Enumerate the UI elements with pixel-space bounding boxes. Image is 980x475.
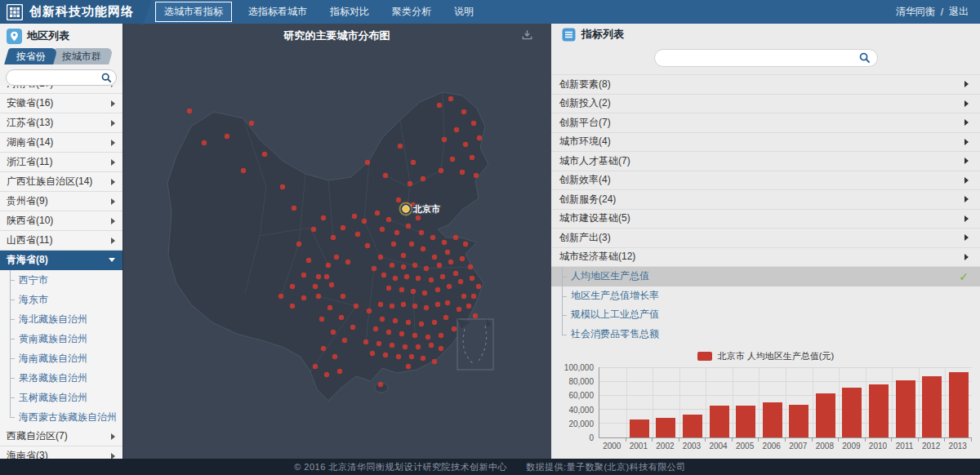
download-icon[interactable]	[521, 29, 533, 44]
city-dot[interactable]	[432, 320, 437, 325]
city-dot[interactable]	[401, 264, 406, 269]
city-dot[interactable]	[421, 176, 425, 181]
city-dot[interactable]	[430, 235, 435, 240]
indicator-category-row[interactable]: 城市经济基础(12)	[551, 248, 980, 268]
bar-2001[interactable]	[630, 420, 649, 437]
city-dot[interactable]	[450, 157, 455, 162]
city-dot[interactable]	[334, 255, 339, 260]
city-dot[interactable]	[399, 331, 404, 336]
region-search-input[interactable]	[13, 70, 98, 85]
province-row[interactable]: 江苏省(13)	[0, 113, 122, 133]
indicator-category-row[interactable]: 创新服务(24)	[551, 190, 980, 210]
city-dot[interactable]	[439, 333, 443, 338]
indicator-category-row[interactable]: 城市环境(4)	[551, 133, 980, 153]
city-dot[interactable]	[477, 135, 482, 140]
bar-2013[interactable]	[949, 372, 969, 437]
city-dot[interactable]	[378, 382, 383, 387]
nav-tab-1[interactable]: 选城市看指标	[155, 2, 232, 22]
bar-2010[interactable]	[869, 384, 889, 437]
city-dot[interactable]	[393, 318, 398, 323]
city-dot[interactable]	[408, 181, 412, 186]
city-dot[interactable]	[390, 304, 394, 309]
city-dot[interactable]	[411, 289, 416, 294]
city-dot[interactable]	[383, 173, 388, 178]
province-row[interactable]: 海南省(3)	[0, 446, 122, 459]
beijing-dot[interactable]	[403, 206, 409, 212]
city-dot[interactable]	[345, 260, 350, 264]
city-dot[interactable]	[424, 266, 429, 271]
province-row[interactable]: 湖南省(14)	[0, 133, 122, 153]
city-dot[interactable]	[443, 315, 448, 320]
city-row[interactable]: 玉树藏族自治州	[0, 388, 122, 407]
city-dot[interactable]	[406, 320, 411, 325]
province-row[interactable]: 广西壮族自治区(14)	[0, 172, 122, 192]
chart-legend[interactable]: 北京市 人均地区生产总值(元)	[551, 343, 980, 364]
city-dot[interactable]	[474, 173, 479, 178]
city-dot[interactable]	[409, 242, 414, 246]
city-dot[interactable]	[278, 294, 283, 299]
city-dot[interactable]	[404, 274, 409, 279]
logout-link[interactable]: 退出	[949, 5, 969, 19]
city-dot[interactable]	[380, 227, 385, 232]
search-icon[interactable]	[859, 52, 871, 67]
city-dot[interactable]	[411, 160, 416, 165]
province-row[interactable]: 青海省(8)	[0, 251, 122, 270]
city-dot[interactable]	[373, 326, 378, 331]
city-dot[interactable]	[401, 302, 406, 307]
city-dot[interactable]	[439, 168, 443, 173]
city-dot[interactable]	[337, 369, 342, 374]
city-dot[interactable]	[296, 242, 301, 246]
city-dot[interactable]	[378, 255, 383, 260]
city-dot[interactable]	[419, 230, 424, 235]
city-dot[interactable]	[452, 326, 457, 331]
city-dot[interactable]	[398, 144, 403, 149]
city-dot[interactable]	[394, 230, 399, 235]
province-row[interactable]: 浙江省(11)	[0, 153, 122, 172]
city-dot[interactable]	[403, 344, 408, 349]
city-dot[interactable]	[352, 214, 357, 219]
city-row[interactable]: 海南藏族自治州	[0, 348, 122, 368]
city-dot[interactable]	[324, 274, 329, 279]
city-dot[interactable]	[339, 315, 344, 320]
city-dot[interactable]	[439, 346, 443, 351]
city-dot[interactable]	[453, 235, 458, 240]
city-dot[interactable]	[460, 170, 465, 175]
city-dot[interactable]	[381, 273, 386, 277]
city-dot[interactable]	[362, 219, 367, 224]
city-row[interactable]: 海西蒙古族藏族自治州	[0, 407, 122, 427]
city-dot[interactable]	[429, 343, 434, 348]
city-dot[interactable]	[378, 302, 383, 307]
indicator-category-row[interactable]: 城市建设基础(5)	[551, 210, 980, 229]
city-dot[interactable]	[445, 300, 450, 305]
user-name-link[interactable]: 清华同衡	[896, 5, 935, 19]
city-dot[interactable]	[341, 225, 345, 230]
city-dot[interactable]	[341, 294, 345, 299]
city-dot[interactable]	[391, 242, 396, 246]
city-dot[interactable]	[461, 109, 466, 114]
city-dot[interactable]	[187, 109, 192, 113]
city-dot[interactable]	[442, 240, 447, 245]
indicator-category-row[interactable]: 创新平台(7)	[551, 113, 980, 133]
city-dot[interactable]	[241, 168, 246, 173]
city-dot[interactable]	[454, 127, 459, 132]
city-dot[interactable]	[301, 295, 306, 300]
china-map[interactable]: 北京市	[122, 24, 551, 459]
city-dot[interactable]	[412, 333, 417, 338]
bar-2006[interactable]	[763, 402, 782, 437]
city-dot[interactable]	[316, 294, 321, 299]
city-dot[interactable]	[425, 335, 430, 340]
bar-2008[interactable]	[816, 393, 835, 437]
nav-tab-3[interactable]: 指标对比	[318, 2, 381, 22]
city-dot[interactable]	[463, 242, 468, 246]
city-dot[interactable]	[321, 346, 326, 351]
bar-2002[interactable]	[656, 418, 675, 438]
city-dot[interactable]	[355, 232, 360, 237]
city-dot[interactable]	[442, 137, 447, 142]
city-dot[interactable]	[326, 263, 331, 268]
city-dot[interactable]	[406, 364, 411, 369]
city-dot[interactable]	[473, 313, 478, 318]
city-dot[interactable]	[393, 276, 398, 281]
city-dot[interactable]	[447, 284, 452, 289]
nav-tab-4[interactable]: 聚类分析	[381, 2, 443, 22]
city-dot[interactable]	[390, 263, 394, 268]
